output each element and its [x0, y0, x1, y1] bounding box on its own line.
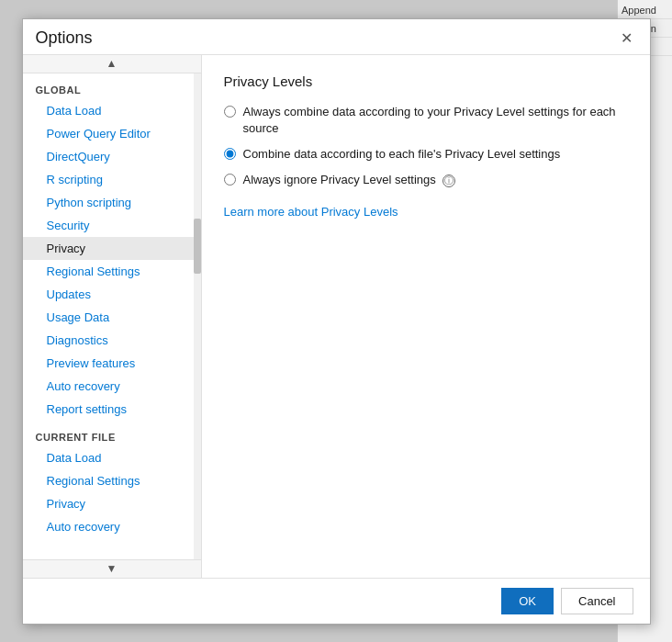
sidebar-item-cf-auto-recovery[interactable]: Auto recovery [23, 515, 201, 538]
sidebar-item-cf-privacy[interactable]: Privacy [23, 492, 201, 515]
sidebar-item-python-scripting[interactable]: Python scripting [23, 191, 201, 214]
radio-option-2[interactable]: Combine data according to each file's Pr… [224, 146, 628, 163]
sidebar-item-updates[interactable]: Updates [23, 283, 201, 306]
dialog-title-bar: Options ✕ [23, 19, 650, 55]
sidebar-item-privacy[interactable]: Privacy [23, 237, 201, 260]
sidebar-global-header: GLOBAL [23, 73, 201, 99]
close-button[interactable]: ✕ [617, 28, 637, 49]
sidebar-item-data-load[interactable]: Data Load [23, 99, 201, 122]
info-icon[interactable]: ⓘ [442, 175, 455, 187]
sidebar-current-file-header: CURRENT FILE [23, 421, 201, 446]
dialog-body: ▲ GLOBAL Data Load Power Query Editor Di… [23, 55, 650, 578]
sidebar-item-usage-data[interactable]: Usage Data [23, 306, 201, 329]
sidebar-scroll-up[interactable]: ▲ [23, 55, 201, 73]
learn-more-link[interactable]: Learn more about Privacy Levels [224, 205, 398, 219]
sidebar-item-regional-settings[interactable]: Regional Settings [23, 260, 201, 283]
sidebar-scrollbar-track [194, 73, 201, 559]
sidebar-item-power-query-editor[interactable]: Power Query Editor [23, 122, 201, 145]
radio-label-3: Always ignore Privacy Level settings ⓘ [243, 172, 456, 188]
dialog-title: Options [36, 28, 93, 48]
sidebar-item-auto-recovery-global[interactable]: Auto recovery [23, 375, 201, 398]
privacy-radio-group: Always combine data according to your Pr… [224, 104, 628, 189]
sidebar-scroll-area: GLOBAL Data Load Power Query Editor Dire… [23, 73, 201, 559]
sidebar-item-cf-data-load[interactable]: Data Load [23, 446, 201, 469]
main-content: Privacy Levels Always combine data accor… [202, 55, 650, 578]
sidebar-item-cf-regional-settings[interactable]: Regional Settings [23, 469, 201, 492]
sidebar-item-diagnostics[interactable]: Diagnostics [23, 329, 201, 352]
radio-label-2: Combine data according to each file's Pr… [243, 146, 561, 163]
radio-input-3[interactable] [224, 174, 236, 186]
sidebar-item-r-scripting[interactable]: R scripting [23, 168, 201, 191]
sidebar-item-security[interactable]: Security [23, 214, 201, 237]
radio-option-3[interactable]: Always ignore Privacy Level settings ⓘ [224, 172, 628, 188]
sidebar-item-directquery[interactable]: DirectQuery [23, 145, 201, 168]
section-title: Privacy Levels [224, 73, 628, 89]
radio-input-2[interactable] [224, 148, 236, 160]
radio-label-1: Always combine data according to your Pr… [243, 104, 628, 137]
radio-input-1[interactable] [224, 106, 236, 118]
options-dialog: Options ✕ ▲ GLOBAL Data Load Power Query… [22, 18, 651, 625]
dialog-footer: OK Cancel [23, 578, 650, 624]
sidebar-scroll-down[interactable]: ▼ [23, 559, 201, 578]
sidebar: ▲ GLOBAL Data Load Power Query Editor Di… [23, 55, 202, 578]
sidebar-item-preview-features[interactable]: Preview features [23, 352, 201, 375]
ok-button[interactable]: OK [501, 588, 554, 614]
radio-option-1[interactable]: Always combine data according to your Pr… [224, 104, 628, 137]
sidebar-item-report-settings[interactable]: Report settings [23, 398, 201, 421]
bg-item-append: Append [618, 2, 672, 19]
cancel-button[interactable]: Cancel [561, 588, 633, 614]
sidebar-scrollbar-thumb[interactable] [194, 219, 201, 274]
